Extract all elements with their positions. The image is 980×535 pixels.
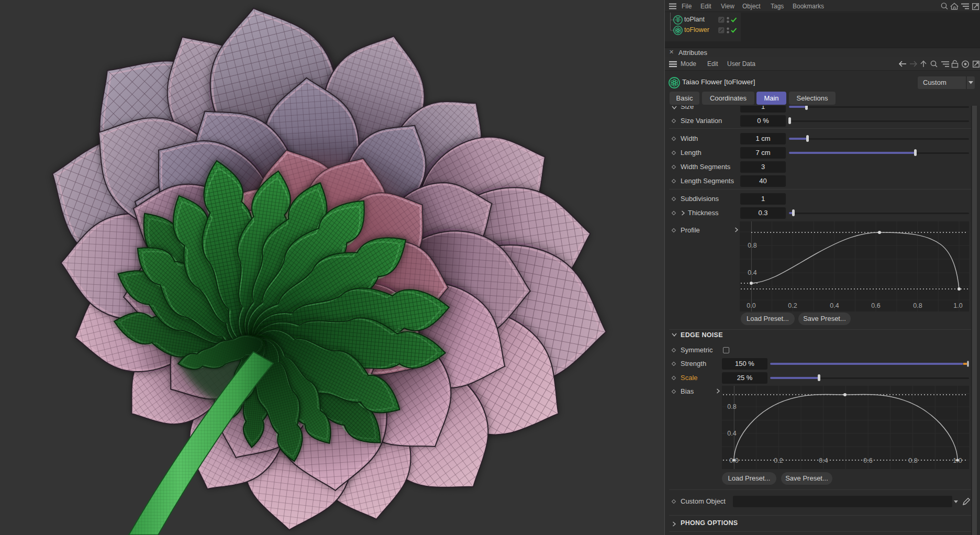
svg-text:1.0: 1.0 [953, 302, 962, 309]
svg-text:0.2: 0.2 [788, 302, 797, 309]
svg-text:0.4: 0.4 [727, 430, 736, 437]
svg-text:0.4: 0.4 [748, 269, 756, 276]
svg-text:0.8: 0.8 [913, 302, 922, 309]
svg-text:0.4: 0.4 [819, 457, 828, 464]
svg-text:0.0: 0.0 [747, 302, 755, 309]
svg-text:0.8: 0.8 [748, 242, 756, 249]
svg-text:0.0: 0.0 [729, 457, 738, 464]
svg-text:0.2: 0.2 [774, 457, 783, 464]
svg-text:0.6: 0.6 [863, 457, 872, 464]
svg-text:0.6: 0.6 [871, 302, 880, 309]
svg-text:1.0: 1.0 [953, 457, 962, 464]
svg-text:0.8: 0.8 [908, 457, 917, 464]
svg-text:0.4: 0.4 [830, 302, 839, 309]
svg-text:0.8: 0.8 [727, 403, 736, 410]
